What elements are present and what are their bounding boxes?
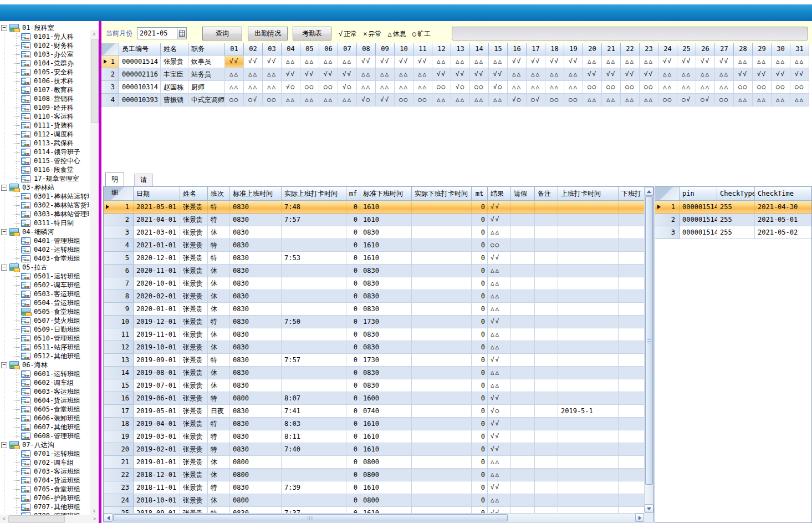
detail-cell[interactable] [535, 418, 558, 430]
employee-title-cell[interactable]: 站务员 [188, 68, 225, 81]
detail-cell[interactable]: △△ [488, 469, 511, 481]
detail-cell[interactable]: 0 [346, 379, 360, 392]
day-cell[interactable]: √√ [715, 55, 734, 68]
day-cell[interactable]: △△ [583, 55, 602, 68]
detail-cell[interactable]: 0830 [230, 226, 282, 239]
detail-cell[interactable] [282, 226, 346, 239]
detail-cell[interactable]: 0830 [360, 341, 412, 354]
day-cell[interactable]: √○ [357, 94, 376, 106]
day-cell[interactable]: △△ [527, 81, 545, 94]
detail-cell[interactable]: 0 [472, 367, 488, 379]
row-indicator[interactable]: 8 [104, 290, 134, 303]
detail-cell[interactable] [412, 328, 472, 341]
detail-cell[interactable]: √√ [488, 418, 511, 430]
detail-cell[interactable]: 7:39 [282, 481, 346, 494]
row-indicator[interactable]: 11 [104, 328, 134, 341]
detail-cell[interactable]: 休 [208, 341, 230, 354]
detail-cell[interactable]: 2019-08-01 [134, 367, 180, 379]
detail-cell[interactable] [412, 430, 472, 443]
detail-cell[interactable]: △△ [488, 303, 511, 316]
detail-cell[interactable]: 0830 [230, 379, 282, 392]
detail-cell[interactable] [511, 239, 535, 252]
tab-detail[interactable]: 明细 [105, 172, 124, 186]
day-column-header[interactable]: 09 [376, 43, 395, 55]
row-indicator[interactable]: 4 [101, 94, 119, 106]
day-cell[interactable]: △△ [282, 94, 300, 106]
tree-node-department[interactable]: −05-拉古 [0, 263, 89, 272]
detail-cell[interactable] [511, 481, 535, 494]
detail-cell[interactable] [412, 214, 472, 226]
row-indicator[interactable]: 9 [104, 303, 134, 316]
day-cell[interactable]: △△ [696, 68, 715, 81]
detail-cell[interactable]: 张景贵 [180, 379, 208, 392]
employee-name-cell[interactable]: 曹振锁 [161, 94, 188, 106]
detail-cell[interactable]: 张景贵 [180, 405, 208, 418]
detail-cell[interactable] [535, 392, 558, 405]
column-header[interactable]: 实际下班打卡时间 [412, 187, 472, 201]
day-cell[interactable]: △△ [225, 68, 244, 81]
column-header[interactable]: 上班打卡时间 [558, 187, 619, 201]
detail-cell[interactable]: 0 [472, 405, 488, 418]
tree-node-group[interactable]: 0706-护路班组 [0, 494, 89, 502]
day-cell[interactable]: △△ [583, 94, 602, 106]
detail-cell[interactable] [535, 252, 558, 265]
detail-cell[interactable] [619, 201, 645, 214]
detail-cell[interactable] [535, 443, 558, 456]
detail-cell[interactable]: 0830 [360, 290, 412, 303]
scroll-down-button[interactable] [645, 504, 653, 513]
detail-cell[interactable]: 2020-12-01 [134, 252, 180, 265]
detail-cell[interactable] [412, 316, 472, 328]
day-cell[interactable]: √○ [508, 94, 527, 106]
detail-cell[interactable]: 特 [208, 418, 230, 430]
detail-cell[interactable]: 特 [208, 354, 230, 367]
day-column-header[interactable]: 12 [432, 43, 451, 55]
column-header[interactable]: 姓名 [180, 187, 208, 201]
detail-cell[interactable]: 张景贵 [180, 443, 208, 456]
day-cell[interactable]: √√ [225, 55, 244, 68]
tree-node-group[interactable]: 0101-劳人科 [0, 32, 89, 41]
tree-node-group[interactable]: 0114-领导班子 [0, 148, 89, 156]
day-cell[interactable]: △△ [640, 55, 658, 68]
row-indicator[interactable]: 19 [104, 430, 134, 443]
day-cell[interactable]: △△ [451, 94, 470, 106]
detail-cell[interactable] [535, 379, 558, 392]
detail-cell[interactable]: 1610 [360, 481, 412, 494]
day-cell[interactable]: △△ [715, 81, 734, 94]
detail-cell[interactable]: 张景贵 [180, 469, 208, 481]
detail-cell[interactable]: √√ [488, 430, 511, 443]
detail-cell[interactable]: △△ [488, 456, 511, 469]
detail-cell[interactable]: 1730 [360, 354, 412, 367]
detail-cell[interactable]: 0800 [360, 494, 412, 507]
day-column-header[interactable]: 02 [244, 43, 263, 55]
tree-node-department[interactable]: −03-桦林站 [0, 183, 89, 192]
detail-cell[interactable] [511, 214, 535, 226]
detail-cell[interactable]: 0 [472, 494, 488, 507]
checktype-cell[interactable]: 255 [717, 214, 755, 226]
detail-cell[interactable]: 日夜 [208, 405, 230, 418]
detail-cell[interactable] [282, 367, 346, 379]
row-indicator[interactable]: 15 [104, 379, 134, 392]
detail-cell[interactable]: 0830 [230, 265, 282, 277]
day-cell[interactable]: ○○ [545, 94, 564, 106]
detail-cell[interactable]: 0830 [360, 328, 412, 341]
detail-cell[interactable]: 0800 [230, 494, 282, 507]
row-indicator[interactable]: 3 [655, 226, 680, 239]
day-cell[interactable]: ○○ [319, 81, 338, 94]
tree-node-department[interactable]: −07-八达沟 [0, 440, 89, 449]
day-cell[interactable]: △△ [432, 55, 451, 68]
detail-cell[interactable] [282, 379, 346, 392]
detail-cell[interactable] [412, 239, 472, 252]
detail-cell[interactable]: 0830 [230, 303, 282, 316]
detail-cell[interactable] [535, 341, 558, 354]
detail-cell[interactable]: △△ [488, 226, 511, 239]
detail-cell[interactable] [282, 277, 346, 290]
column-header[interactable]: mf [346, 187, 360, 201]
employee-title-cell[interactable]: 中式烹调师 [188, 94, 225, 106]
column-header[interactable]: 姓名 [161, 43, 188, 55]
day-cell[interactable]: △△ [376, 68, 395, 81]
detail-cell[interactable]: 2019-12-01 [134, 316, 180, 328]
day-column-header[interactable]: 15 [489, 43, 508, 55]
detail-cell[interactable]: △△ [488, 265, 511, 277]
detail-cell[interactable]: 0830 [360, 277, 412, 290]
row-indicator[interactable]: 10 [104, 316, 134, 328]
